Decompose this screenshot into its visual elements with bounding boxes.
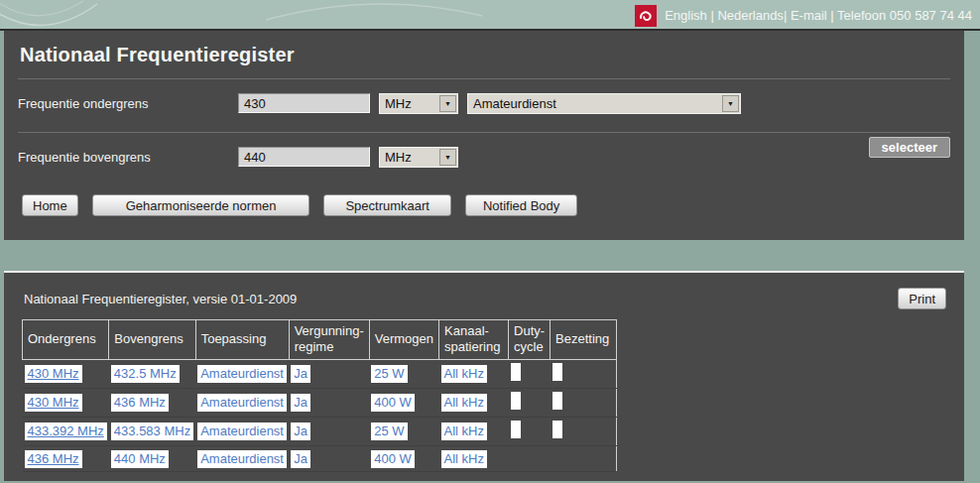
col-header-vergunning-regime: Vergunning-regime: [289, 320, 369, 360]
link-nederlands[interactable]: Nederlands: [717, 8, 784, 23]
unit-select-value: MHz: [380, 150, 412, 165]
separator: |: [707, 8, 718, 23]
unit-select-value: MHz: [380, 96, 412, 111]
table-row: 433.392 MHz 433.583 MHz Amateurdienst Ja…: [23, 417, 617, 445]
toepassing-link[interactable]: Amateurdienst: [197, 394, 287, 412]
kanaal-link[interactable]: All kHz: [441, 423, 487, 440]
kanaal-link[interactable]: All kHz: [441, 450, 487, 468]
spectrumkaart-button[interactable]: Spectrumkaart: [323, 194, 451, 216]
duty-cycle-link[interactable]: [511, 392, 521, 410]
nav-button-row: Home Geharmoniseerde normen Spectrumkaar…: [4, 194, 964, 216]
bezetting-link[interactable]: [552, 363, 562, 381]
table-header-row: Ondergrens Bovengrens Toepassing Vergunn…: [23, 320, 617, 360]
bezetting-link[interactable]: [552, 392, 562, 410]
vermogen-link[interactable]: 25 W: [371, 423, 407, 440]
label-frequentie-bovengrens: Frequentie bovengrens: [18, 150, 238, 165]
bezetting-link[interactable]: [552, 421, 562, 438]
bovengrens-link[interactable]: 433.583 MHz: [111, 423, 193, 440]
results-panel: Nationaal Frequentieregister, versie 01-…: [4, 271, 964, 481]
chevron-down-icon: ▼: [439, 95, 456, 112]
vermogen-link[interactable]: 400 W: [371, 450, 415, 468]
form-row-bovengrens: Frequentie bovengrens MHz ▼: [4, 140, 964, 174]
toepassing-link[interactable]: Amateurdienst: [197, 450, 287, 468]
frequentie-bovengrens-input[interactable]: [238, 147, 370, 167]
col-header-kanaal-spatiering: Kanaal-spatiering: [439, 320, 509, 360]
brand-swirl-logo-icon: [635, 5, 657, 27]
toepassing-link[interactable]: Amateurdienst: [197, 423, 287, 440]
link-email[interactable]: E-mail: [791, 8, 827, 23]
divider: [18, 78, 950, 79]
toepassing-link[interactable]: Amateurdienst: [197, 365, 287, 383]
ondergrens-link[interactable]: 433.392 MHz: [25, 423, 107, 440]
kanaal-link[interactable]: All kHz: [441, 365, 487, 383]
vermogen-link[interactable]: 400 W: [371, 394, 415, 412]
vermogen-link[interactable]: 25 W: [371, 365, 407, 383]
frequentie-ondergrens-input[interactable]: [238, 93, 370, 113]
vergunning-link[interactable]: Ja: [291, 365, 310, 383]
chevron-down-icon: ▼: [722, 95, 739, 112]
ondergrens-link[interactable]: 430 MHz: [25, 394, 82, 412]
chevron-down-icon: ▼: [439, 149, 456, 166]
table-row: 430 MHz 432.5 MHz Amateurdienst Ja 25 W …: [23, 359, 617, 388]
col-header-ondergrens: Ondergrens: [23, 320, 109, 360]
link-english[interactable]: English: [665, 8, 707, 23]
table-row: 430 MHz 436 MHz Amateurdienst Ja 400 W A…: [23, 388, 617, 417]
divider: [18, 132, 950, 133]
dienst-select-value: Amateurdienst: [468, 96, 556, 111]
home-button[interactable]: Home: [22, 194, 78, 216]
selecteer-button[interactable]: selecteer: [869, 137, 950, 158]
separator: |: [784, 8, 791, 23]
vergunning-link[interactable]: Ja: [291, 394, 310, 412]
col-header-duty-cycle: Duty-cycle: [509, 320, 551, 360]
geharmoniseerde-normen-button[interactable]: Geharmoniseerde normen: [92, 194, 310, 216]
results-title: Nationaal Frequentieregister, versie 01-…: [24, 292, 297, 306]
bovengrens-link[interactable]: 432.5 MHz: [111, 365, 180, 383]
col-header-toepassing: Toepassing: [195, 320, 289, 360]
duty-cycle-link[interactable]: [511, 421, 521, 438]
frequency-table: Ondergrens Bovengrens Toepassing Vergunn…: [22, 319, 617, 472]
search-panel: Nationaal Frequentieregister Frequentie …: [4, 31, 964, 240]
table-row: 436 MHz 440 MHz Amateurdienst Ja 400 W A…: [23, 445, 617, 471]
unit-select-bovengrens[interactable]: MHz ▼: [379, 147, 458, 168]
vergunning-link[interactable]: Ja: [291, 450, 310, 468]
ondergrens-link[interactable]: 436 MHz: [25, 450, 82, 468]
bovengrens-link[interactable]: 440 MHz: [111, 450, 169, 468]
col-header-bovengrens: Bovengrens: [109, 320, 195, 360]
kanaal-link[interactable]: All kHz: [441, 394, 487, 412]
separator: |: [827, 8, 837, 23]
unit-select-ondergrens[interactable]: MHz ▼: [379, 93, 458, 114]
bovengrens-link[interactable]: 436 MHz: [111, 394, 169, 412]
print-button[interactable]: Print: [898, 288, 946, 309]
top-strip: English | Nederlands| E-mail | Telefoon …: [0, 0, 980, 31]
ondergrens-link[interactable]: 430 MHz: [25, 365, 82, 383]
vergunning-link[interactable]: Ja: [291, 423, 310, 440]
form-row-ondergrens: Frequentie ondergrens MHz ▼ Amateurdiens…: [4, 86, 964, 120]
col-header-bezetting: Bezetting: [551, 320, 617, 360]
dienst-select[interactable]: Amateurdienst ▼: [467, 93, 741, 114]
col-header-vermogen: Vermogen: [369, 320, 438, 360]
topbar-links: English | Nederlands| E-mail | Telefoon …: [665, 8, 972, 23]
label-frequentie-ondergrens: Frequentie ondergrens: [18, 96, 238, 111]
duty-cycle-link[interactable]: [511, 363, 521, 381]
phone-number: Telefoon 050 587 74 44: [837, 8, 972, 23]
page-title: Nationaal Frequentieregister: [4, 31, 964, 66]
notified-body-button[interactable]: Notified Body: [465, 194, 577, 216]
